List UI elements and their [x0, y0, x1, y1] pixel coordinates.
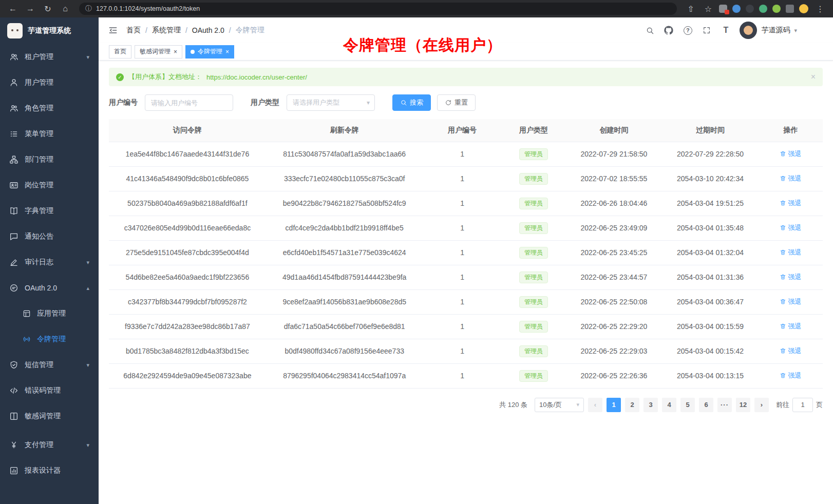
table-row: f9336e7c7dd242a283ee98dc86b17a87 dfa6c71…: [109, 314, 823, 339]
extension-icon[interactable]: [759, 5, 767, 13]
chevron-down-icon: [86, 259, 89, 266]
sidebar-item-pay[interactable]: 支付管理: [0, 432, 99, 458]
page-button[interactable]: 3: [643, 398, 658, 412]
page-button[interactable]: 1: [607, 398, 621, 412]
cell-user-type: 管理员: [501, 216, 565, 240]
font-size-icon[interactable]: [721, 25, 731, 35]
sidebar-toggle-icon[interactable]: [108, 25, 118, 35]
tab-home[interactable]: 首页: [109, 45, 131, 59]
sidebar-item-notice[interactable]: 通知公告: [0, 224, 99, 249]
cell-actions: 强退: [759, 314, 823, 339]
extensions-puzzle-icon[interactable]: [786, 5, 794, 13]
site-info-icon[interactable]: [85, 4, 92, 13]
page-button[interactable]: 4: [662, 398, 676, 412]
prev-page-button[interactable]: [588, 398, 602, 412]
cell-create-time: 2022-06-25 23:45:25: [566, 240, 662, 265]
sidebar-item-dict[interactable]: 字典管理: [0, 198, 99, 224]
user-type-badge: 管理员: [519, 370, 548, 382]
cell-user-type: 管理员: [501, 191, 565, 216]
breadcrumb-system[interactable]: 系统管理: [152, 26, 181, 35]
sidebar-item-menu[interactable]: 菜单管理: [0, 121, 99, 147]
cell-create-time: 2022-06-25 22:50:08: [566, 289, 662, 314]
browser-back-button[interactable]: [6, 2, 20, 15]
sidebar-item-error-code[interactable]: 错误码管理: [0, 378, 99, 403]
app-logo[interactable]: 芋道管理系统: [0, 17, 99, 44]
alert-close-icon[interactable]: [811, 72, 816, 82]
doc-alert: 【用户体系】文档地址： https://doc.iocoder.cn/user-…: [109, 68, 823, 86]
browser-address-bar[interactable]: 127.0.0.1:1024/system/oauth2/token: [79, 3, 677, 15]
browser-reload-button[interactable]: [41, 2, 54, 15]
user-id-input[interactable]: [145, 94, 233, 111]
trash-icon: [780, 323, 786, 329]
browser-forward-button[interactable]: [24, 2, 37, 15]
browser-menu-icon[interactable]: [813, 2, 827, 15]
cell-user-id: 1: [423, 363, 502, 388]
sidebar-item-post[interactable]: 岗位管理: [0, 172, 99, 198]
close-icon[interactable]: [225, 48, 229, 55]
search-button[interactable]: 搜索: [392, 94, 431, 111]
force-logout-button[interactable]: 强退: [780, 174, 801, 183]
cell-actions: 强退: [759, 363, 823, 388]
search-icon[interactable]: [645, 25, 655, 35]
goto-page-input[interactable]: [792, 398, 813, 412]
sidebar-item-user[interactable]: 用户管理: [0, 70, 99, 95]
extension-icon[interactable]: [719, 5, 727, 13]
fullscreen-icon[interactable]: [702, 25, 712, 35]
table-row: 1ea5e44f8bc1467aaede43144f31de76 811c530…: [109, 142, 823, 166]
browser-profile-avatar[interactable]: [799, 4, 808, 13]
sidebar-item-audit-log[interactable]: 审计日志: [0, 249, 99, 275]
cell-expire-time: 2054-03-10 20:42:34: [662, 166, 759, 191]
force-logout-button[interactable]: 强退: [780, 371, 801, 380]
page-button[interactable]: 12: [736, 398, 750, 412]
cell-access-token: c342377bf8b344799dcbf7bf095287f2: [109, 289, 266, 314]
table-row: 54d6be82ee5a460a9aedc1f9bf223656 49d1aa4…: [109, 265, 823, 289]
edit-icon: [9, 258, 18, 267]
page-size-select[interactable]: 10条/页: [535, 398, 584, 412]
next-page-button[interactable]: [754, 398, 769, 412]
bookmark-star-icon[interactable]: [702, 2, 715, 15]
force-logout-button[interactable]: 强退: [780, 199, 801, 208]
help-icon[interactable]: [683, 25, 693, 35]
doc-link[interactable]: https://doc.iocoder.cn/user-center/: [206, 73, 307, 81]
cell-access-token: c347026e805e4d99b0d116eae66eda8c: [109, 216, 266, 240]
close-icon[interactable]: [174, 48, 177, 55]
filter-bar: 用户编号 用户类型 请选择用户类型 搜索 重置: [109, 94, 823, 111]
force-logout-button[interactable]: 强退: [780, 248, 801, 257]
sidebar-item-sensitive-word[interactable]: 敏感词管理: [0, 403, 99, 429]
user-menu[interactable]: 芋道源码: [740, 22, 797, 39]
cell-create-time: 2022-07-29 21:58:50: [566, 142, 662, 166]
page-button[interactable]: 5: [680, 398, 695, 412]
force-logout-button[interactable]: 强退: [780, 223, 801, 232]
force-logout-button[interactable]: 强退: [780, 346, 801, 356]
sidebar-item-tenant[interactable]: 租户管理: [0, 44, 99, 70]
force-logout-button[interactable]: 强退: [780, 149, 801, 159]
sidebar-item-oauth2-token[interactable]: 令牌管理: [0, 326, 99, 352]
sidebar-item-dept[interactable]: 部门管理: [0, 147, 99, 172]
page-button[interactable]: 6: [699, 398, 713, 412]
force-logout-button[interactable]: 强退: [780, 297, 801, 306]
trash-icon: [780, 298, 786, 305]
tab-token[interactable]: 令牌管理: [185, 45, 234, 59]
share-icon[interactable]: [684, 2, 697, 15]
user-type-badge: 管理员: [519, 321, 548, 333]
sidebar-item-report-designer[interactable]: 报表设计器: [0, 458, 99, 483]
cell-access-token: b0d1785bc3a8482f812db4a3f3bd15ec: [109, 339, 266, 363]
extension-icon[interactable]: [772, 5, 781, 13]
extension-icon[interactable]: [746, 5, 754, 13]
sidebar-item-oauth2[interactable]: OAuth 2.0: [0, 275, 99, 301]
tab-sensitive-word[interactable]: 敏感词管理: [135, 45, 182, 59]
pagination-ellipsis[interactable]: ···: [717, 398, 732, 412]
sidebar-item-role[interactable]: 角色管理: [0, 95, 99, 121]
breadcrumb-oauth2[interactable]: OAuth 2.0: [192, 26, 224, 34]
force-logout-button[interactable]: 强退: [780, 273, 801, 282]
breadcrumb-home[interactable]: 首页: [126, 26, 141, 35]
user-type-select[interactable]: 请选择用户类型: [287, 94, 375, 111]
page-button[interactable]: 2: [625, 398, 639, 412]
extension-icon[interactable]: [732, 5, 741, 13]
github-icon[interactable]: [664, 25, 674, 35]
sidebar-item-oauth2-app[interactable]: 应用管理: [0, 301, 99, 326]
force-logout-button[interactable]: 强退: [780, 322, 801, 331]
reset-button[interactable]: 重置: [437, 94, 476, 111]
sidebar-item-sms[interactable]: 短信管理: [0, 352, 99, 378]
browser-home-button[interactable]: [59, 2, 72, 15]
